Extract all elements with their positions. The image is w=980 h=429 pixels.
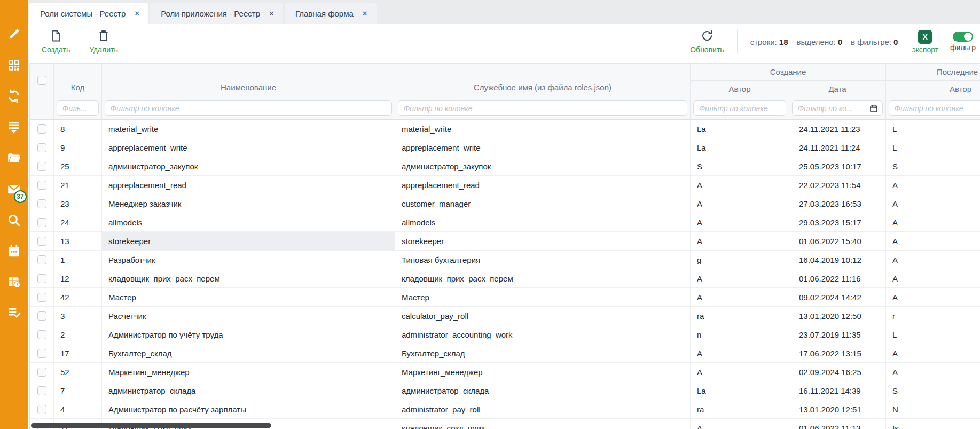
row-checkbox[interactable] [37,405,46,414]
table-row[interactable]: 9 appreplacement_write appreplacement_wr… [30,138,980,157]
close-icon[interactable]: ✕ [134,10,140,18]
table-row[interactable]: 3 Расчетчик calculator_pay_roll ra 13.01… [30,307,980,325]
excel-icon: X [918,30,932,44]
tab-bar: Роли системы - Реестр ✕ Роли приложения … [28,0,980,24]
cell-code: 21 [54,176,102,194]
row-checkbox[interactable] [37,386,46,395]
row-checkbox[interactable] [37,162,46,171]
row-checkbox[interactable] [37,274,46,283]
cell-created-at: 13.01.2020 12:51 [789,400,886,418]
row-checkbox[interactable] [37,255,46,264]
create-button[interactable]: Создать [42,29,70,54]
cell-code: 7 [54,381,102,400]
cell-code: 52 [54,363,102,381]
cell-name: Расчетчик [102,307,395,325]
cell-code: 8 [54,120,102,138]
table-row[interactable]: 24 allmodels allmodels A 29.03.2023 15:1… [30,213,980,232]
filter-toggle-wrap: фильтр [950,32,976,52]
cell-name: allmodels [102,213,395,231]
row-checkbox[interactable] [37,349,46,358]
cell-service: Мастер [395,288,691,306]
column-header-service[interactable]: Служебное имя (из файла roles.json) [395,64,691,97]
table-row[interactable]: 17 Бухгалтер_склад Бухгалтер_склад A 17.… [30,344,980,363]
row-checkbox[interactable] [37,143,46,152]
close-icon[interactable]: ✕ [269,10,275,18]
row-checkbox[interactable] [37,124,46,134]
column-header-author[interactable]: Автор [691,81,789,97]
cell-code: 12 [54,269,102,287]
row-checkbox[interactable] [37,218,46,227]
sidebar-item-qr[interactable] [6,59,21,73]
toggle-knob [964,33,972,41]
toolbar-separator [737,30,738,53]
cell-modified-by: r [886,307,980,325]
filter-input-code[interactable] [57,100,99,116]
table-row[interactable]: 52 Маркетинг_менеджер Маркетинг_менеджер… [30,363,980,381]
table-row[interactable]: 25 администратор_закупок администратор_з… [30,157,980,176]
table-row[interactable]: 42 Мастер Мастер A 09.02.2024 14:42 A [30,288,980,307]
cell-name: Администратор по расчёту зарплаты [102,400,395,418]
sidebar-item-folder[interactable] [6,152,21,166]
cell-created-by: La [691,381,789,400]
sidebar-item-edit[interactable] [6,28,21,42]
table-row[interactable]: 13 storekeeper storekeeper A 01.06.2022 … [30,232,980,251]
stat-filtered: в фильтре:0 [851,37,898,46]
close-icon[interactable]: ✕ [362,10,368,18]
row-checkbox[interactable] [37,199,46,208]
tab-roles-app[interactable]: Роли приложения - Реестр ✕ [150,3,283,24]
cell-service: administrator_accounting_work [395,325,691,344]
cell-created-at: 29.03.2023 15:17 [789,213,886,231]
sidebar-item-sync[interactable] [6,90,21,104]
table-row[interactable]: 23 Менеджер заказчик customer_manager A … [30,194,980,213]
column-header-code[interactable]: Код [54,64,102,97]
row-checkbox[interactable] [37,330,46,339]
row-checkbox[interactable] [37,311,46,321]
cell-service: allmodels [395,213,691,231]
refresh-button[interactable]: Обновить [690,29,724,54]
sidebar-item-task-checklist[interactable] [6,307,21,321]
cell-created-at: 17.06.2022 13:15 [789,344,886,362]
horizontal-scrollbar[interactable] [31,423,271,428]
table-header: Код Наименование Служебное имя (из файла… [30,64,980,97]
cell-service: администратор_закупок [395,157,691,175]
column-header-author2[interactable]: Автор [886,81,980,97]
row-checkbox[interactable] [37,368,46,377]
row-checkbox[interactable] [37,293,46,302]
table-row[interactable]: 4 Администратор по расчёту зарплаты admi… [30,400,980,419]
cell-service: calculator_pay_roll [395,307,691,325]
export-button[interactable]: X экспорт [912,30,938,54]
filter-input-name[interactable] [105,100,392,116]
row-checkbox[interactable] [37,181,46,190]
table-row[interactable]: 1 Разработчик Типовая бухгалтерия g 16.0… [30,251,980,269]
cell-created-by: ra [691,307,789,325]
delete-button[interactable]: Удалить [89,29,117,54]
filter-input-author[interactable] [693,100,786,116]
column-header-name[interactable]: Наименование [102,64,395,97]
sidebar-item-search[interactable] [6,214,21,228]
search-icon [7,213,21,229]
tab-main-form[interactable]: Главная форма ✕ [285,3,377,24]
sidebar-item-mail[interactable]: 37 [6,183,21,197]
cell-created-at: 01.06.2022 11:13 [789,419,886,429]
cell-name: администратор_закупок [102,157,395,175]
column-header-date[interactable]: Дата [789,81,886,97]
sidebar-item-report-schedule[interactable] [6,276,21,290]
filter-input-service[interactable] [398,100,687,116]
filter-toggle[interactable] [953,32,973,42]
table-row[interactable]: 7 администратор_склада администратор_скл… [30,381,980,400]
sidebar-item-export-list[interactable] [6,121,21,135]
tab-roles-system[interactable]: Роли системы - Реестр ✕ [29,3,148,24]
cell-modified-by: A [886,344,980,362]
cell-created-at: 01.06.2022 11:16 [789,269,886,287]
table-row[interactable]: 8 material_write material_write La 24.11… [30,120,980,138]
table-row[interactable]: 2 Администратор по учёту труда administr… [30,325,980,344]
filter-input-author2[interactable] [889,100,980,116]
roles-table: Код Наименование Служебное имя (из файла… [29,63,980,429]
cell-service: administrator_pay_roll [395,400,691,418]
table-row[interactable]: 12 кладовщик_прих_расх_перем кладовщик_п… [30,269,980,288]
sidebar-item-calendar[interactable] [6,245,21,259]
select-all-checkbox[interactable] [37,76,46,85]
table-row[interactable]: 21 appreplacement_read appreplacement_re… [30,176,980,194]
filter-input-date[interactable] [792,100,883,116]
row-checkbox[interactable] [37,237,46,246]
